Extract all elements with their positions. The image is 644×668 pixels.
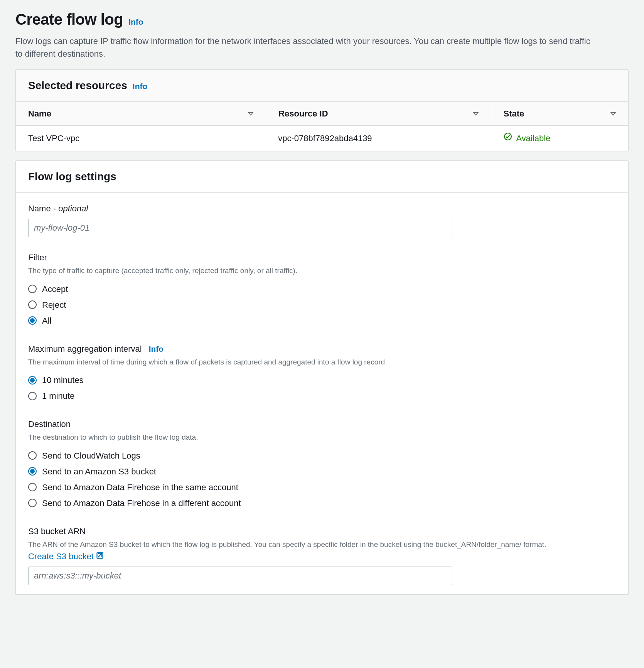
resources-table-header: Name Resource ID State	[16, 102, 628, 126]
radio-label: Send to Amazon Data Firehose in the same…	[42, 481, 238, 494]
sort-icon	[473, 111, 479, 116]
check-circle-icon	[503, 132, 513, 145]
filter-label: Filter	[28, 251, 616, 264]
filter-option-accept[interactable]: Accept	[28, 281, 616, 297]
settings-title: Flow log settings	[28, 169, 116, 185]
radio-label: Send to an Amazon S3 bucket	[42, 465, 156, 478]
selected-resources-info-link[interactable]: Info	[133, 80, 147, 93]
filter-field: Filter The type of traffic to capture (a…	[28, 251, 616, 329]
filter-option-reject[interactable]: Reject	[28, 297, 616, 313]
radio-label: Reject	[42, 299, 66, 311]
radio-label: Send to CloudWatch Logs	[42, 449, 140, 462]
s3-arn-field: S3 bucket ARN The ARN of the Amazon S3 b…	[28, 525, 616, 585]
radio-icon	[28, 285, 37, 293]
name-input[interactable]	[28, 219, 452, 237]
aggregation-option-one[interactable]: 1 minute	[28, 388, 616, 404]
page-description: Flow logs can capture IP traffic flow in…	[15, 35, 594, 60]
col-name[interactable]: Name	[16, 102, 266, 125]
destination-label: Destination	[28, 418, 616, 430]
destination-option-cloudwatch[interactable]: Send to CloudWatch Logs	[28, 448, 616, 464]
state-text: Available	[516, 132, 551, 145]
destination-option-firehose-same[interactable]: Send to Amazon Data Firehose in the same…	[28, 479, 616, 495]
aggregation-help: The maximum interval of time during whic…	[28, 357, 616, 368]
selected-resources-panel: Selected resources Info Name Resource ID…	[15, 69, 629, 151]
s3-arn-help: The ARN of the Amazon S3 bucket to which…	[28, 539, 616, 563]
name-field: Name - optional	[28, 202, 616, 237]
radio-icon	[28, 300, 37, 309]
name-label-optional: optional	[58, 204, 88, 213]
create-s3-bucket-link[interactable]: Create S3 bucket	[28, 550, 104, 563]
radio-icon	[28, 376, 37, 385]
cell-state: Available	[491, 126, 629, 151]
destination-field: Destination The destination to which to …	[28, 418, 616, 511]
page-info-link[interactable]: Info	[128, 16, 143, 28]
col-resource-id[interactable]: Resource ID	[266, 102, 491, 125]
page-header: Create flow log Info Flow logs can captu…	[15, 8, 629, 60]
col-state[interactable]: State	[491, 102, 629, 125]
radio-icon	[28, 467, 37, 476]
radio-icon	[28, 316, 37, 325]
col-name-label: Name	[28, 107, 51, 120]
radio-icon	[28, 499, 37, 507]
s3-arn-input[interactable]	[28, 567, 452, 585]
col-state-label: State	[504, 107, 524, 120]
radio-label: Accept	[42, 283, 68, 295]
selected-resources-title: Selected resources	[28, 78, 127, 94]
sort-icon	[610, 111, 616, 116]
create-s3-bucket-label: Create S3 bucket	[28, 550, 94, 563]
radio-icon	[28, 483, 37, 491]
aggregation-field: Maximum aggregation interval Info The ma…	[28, 342, 616, 404]
destination-option-firehose-diff[interactable]: Send to Amazon Data Firehose in a differ…	[28, 495, 616, 511]
page-title: Create flow log	[15, 8, 123, 31]
radio-label: All	[42, 314, 51, 327]
external-link-icon	[96, 550, 104, 563]
filter-option-all[interactable]: All	[28, 313, 616, 329]
radio-icon	[28, 451, 37, 460]
destination-help: The destination to which to publish the …	[28, 432, 616, 443]
aggregation-info-link[interactable]: Info	[149, 343, 164, 355]
filter-help: The type of traffic to capture (accepted…	[28, 265, 616, 277]
name-label-prefix: Name -	[28, 204, 58, 213]
col-resource-id-label: Resource ID	[278, 107, 328, 120]
flow-log-settings-panel: Flow log settings Name - optional Filter…	[15, 160, 629, 595]
radio-icon	[28, 392, 37, 400]
sort-icon	[248, 111, 253, 116]
radio-label: 10 minutes	[42, 374, 84, 386]
s3-arn-help-text: The ARN of the Amazon S3 bucket to which…	[28, 540, 546, 548]
aggregation-option-ten[interactable]: 10 minutes	[28, 372, 616, 388]
cell-name: Test VPC-vpc	[16, 126, 266, 151]
s3-arn-label: S3 bucket ARN	[28, 525, 616, 538]
svg-point-0	[504, 133, 511, 140]
destination-option-s3[interactable]: Send to an Amazon S3 bucket	[28, 464, 616, 479]
radio-label: Send to Amazon Data Firehose in a differ…	[42, 497, 241, 509]
radio-label: 1 minute	[42, 390, 74, 402]
table-row: Test VPC-vpc vpc-078bf7892abda4139 Avail…	[16, 126, 628, 151]
cell-resource-id: vpc-078bf7892abda4139	[266, 126, 491, 151]
aggregation-label: Maximum aggregation interval	[28, 342, 142, 355]
